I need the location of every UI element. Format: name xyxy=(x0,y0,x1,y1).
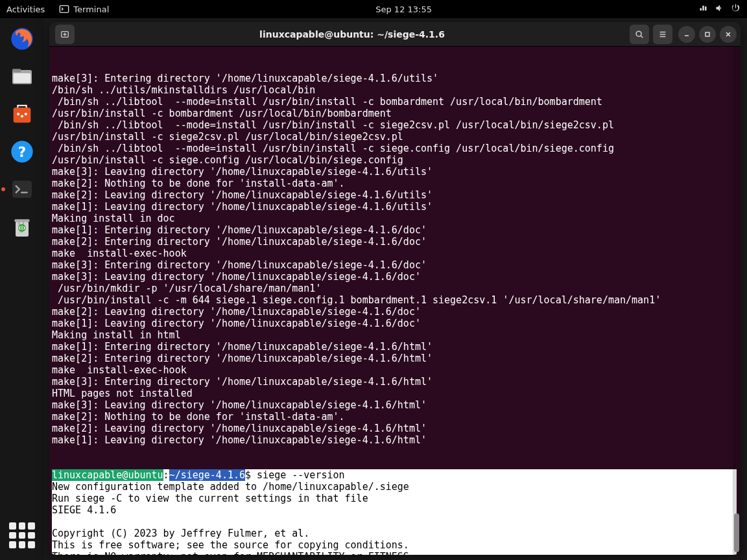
hamburger-menu-button[interactable] xyxy=(653,25,672,44)
power-icon[interactable] xyxy=(731,3,741,15)
prompt-user: linuxcapable@ubuntu xyxy=(52,469,163,481)
window-title: linuxcapable@ubuntu: ~/siege-4.1.6 xyxy=(77,29,628,40)
dock-files[interactable] xyxy=(6,61,38,92)
dock-trash[interactable] xyxy=(6,211,38,242)
minimize-button[interactable] xyxy=(678,26,695,43)
titlebar[interactable]: linuxcapable@ubuntu: ~/siege-4.1.6 xyxy=(49,22,741,47)
svg-point-8 xyxy=(25,113,27,115)
svg-line-20 xyxy=(641,36,643,38)
svg-rect-0 xyxy=(60,6,69,13)
dock-help[interactable]: ? xyxy=(6,136,38,167)
dock-software[interactable] xyxy=(6,99,38,130)
svg-rect-14 xyxy=(14,219,29,222)
topbar-app-indicator[interactable]: Terminal xyxy=(59,4,109,14)
svg-rect-11 xyxy=(12,181,32,198)
svg-point-6 xyxy=(21,115,23,117)
network-icon[interactable] xyxy=(698,3,708,15)
svg-rect-3 xyxy=(12,69,21,72)
svg-point-19 xyxy=(636,31,641,36)
topbar-app-name: Terminal xyxy=(73,5,109,14)
terminal-output[interactable]: make[3]: Entering directory '/home/linux… xyxy=(49,47,741,555)
close-button[interactable] xyxy=(720,26,737,43)
scrollbar-thumb[interactable] xyxy=(734,513,739,552)
new-tab-button[interactable] xyxy=(55,25,75,44)
dock-firefox[interactable] xyxy=(6,23,38,54)
gnome-topbar: Activities Terminal Sep 12 13:55 xyxy=(0,0,747,18)
maximize-button[interactable] xyxy=(699,26,716,43)
entered-command: siege --version xyxy=(257,469,344,481)
show-applications-button[interactable] xyxy=(9,522,35,548)
clock[interactable]: Sep 12 13:55 xyxy=(109,5,698,14)
scrollbar[interactable] xyxy=(733,47,741,555)
svg-point-7 xyxy=(17,113,19,115)
dock-terminal[interactable] xyxy=(6,174,38,205)
dock: ? xyxy=(0,18,44,560)
terminal-small-icon xyxy=(59,4,69,14)
search-button[interactable] xyxy=(630,25,649,44)
prompt-path: ~/siege-4.1.6 xyxy=(169,469,245,481)
search-icon xyxy=(635,30,644,39)
svg-rect-4 xyxy=(14,73,31,83)
close-icon xyxy=(725,31,731,38)
activities-button[interactable]: Activities xyxy=(6,5,45,14)
svg-text:?: ? xyxy=(18,144,27,160)
svg-rect-25 xyxy=(706,32,709,36)
volume-icon[interactable] xyxy=(715,3,724,15)
terminal-window: linuxcapable@ubuntu: ~/siege-4.1.6 make[… xyxy=(49,22,741,555)
hamburger-icon xyxy=(658,30,667,39)
